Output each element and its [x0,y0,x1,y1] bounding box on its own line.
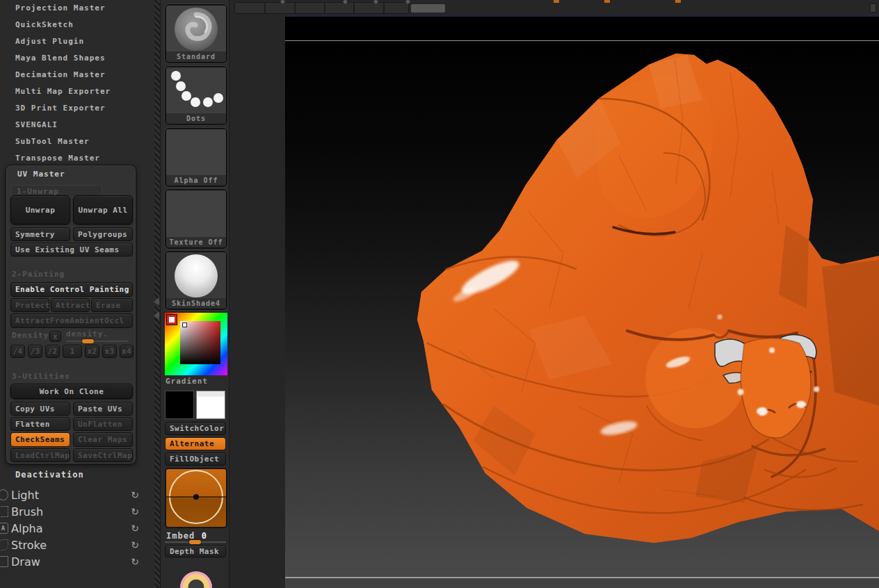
sculpt-model-3d[interactable] [285,17,879,588]
menu-maya-blend-shapes[interactable]: Maya Blend Shapes [0,50,149,67]
main-color-swatch[interactable] [165,391,194,419]
color-cursor-icon[interactable] [182,322,187,327]
deactivation-row-stroke[interactable]: Stroke ↻ [0,537,154,553]
document-canvas[interactable] [285,17,879,588]
top-tray-bar [229,0,879,17]
alpha-selector-tile[interactable]: Alpha Off [165,128,227,187]
imbed-slider[interactable] [165,541,226,543]
reset-icon[interactable]: ↻ [131,490,139,500]
radial-gradient-icon[interactable] [180,571,212,588]
tile-label: Alpha Off [166,175,226,186]
deactivation-row-brush[interactable]: Brush ↻ [0,503,154,520]
secondary-color-swatch[interactable] [196,391,225,419]
switch-color-button[interactable]: SwitchColor [165,422,226,435]
material-selector-tile[interactable]: SkinShade4 [165,251,227,310]
density-x-button[interactable]: x [49,331,61,342]
menu-svengali[interactable]: SVENGALI [0,117,149,133]
deactivation-label: Draw [11,555,40,569]
imbed-curve-widget[interactable] [165,468,227,528]
checkseams-button[interactable]: CheckSeams [10,432,70,447]
div3-button[interactable]: /3 [28,345,42,358]
imbed-label-row: Imbed 0 [166,528,207,541]
x1-button[interactable]: 1 [63,345,82,358]
reset-icon[interactable]: ↻ [131,507,139,516]
menu-decimation-master[interactable]: Decimation Master [0,67,149,83]
x3-button[interactable]: x3 [102,345,117,358]
tray-collapse-arrow-icon[interactable] [154,311,159,320]
reset-icon[interactable]: ↻ [131,557,139,566]
div4-button[interactable]: /4 [10,345,25,358]
erase-button[interactable]: Erase [91,298,133,312]
standard-brush-thumbnail [166,6,226,51]
menu-subtool-master[interactable]: SubTool Master [0,133,149,150]
depth-mask-button[interactable]: Depth Mask [165,545,226,557]
current-color-swatch[interactable] [167,315,177,325]
uv-master-title: UV Master [17,168,65,181]
polygroups-button[interactable]: Polygroups [73,227,133,241]
deactivation-row-draw[interactable]: Draw ↻ [0,553,154,570]
tray-collapse-arrow-icon[interactable] [154,297,159,306]
symmetry-button[interactable]: Symmetry [10,227,70,241]
sidebar-scroll-strip[interactable] [154,0,160,588]
stroke-selector-tile[interactable]: Dots [165,66,227,125]
copy-uvs-button[interactable]: Copy UVs [10,402,70,416]
dots-stroke-thumbnail [166,67,226,113]
flatten-button[interactable]: Flatten [10,417,70,431]
x2-button[interactable]: x2 [85,345,99,358]
brush-selector-tile[interactable]: Standard [165,4,227,63]
gradient-toggle[interactable]: Gradient [166,377,208,386]
deactivation-label: Light [11,489,39,502]
deactivation-label: Stroke [11,539,47,552]
texture-selector-tile[interactable]: Texture Off [165,189,227,249]
tool-shelf: Standard Dots Alpha Off Texture Off [160,0,229,588]
imbed-label: Imbed [166,531,195,541]
menu-projection-master[interactable]: Projection Master [0,0,149,17]
unwrap-all-button[interactable]: Unwrap All [73,195,133,224]
deactivation-label: Brush [11,505,43,518]
imbed-slider-thumb[interactable] [189,540,201,544]
unwrap-button[interactable]: Unwrap [10,195,70,224]
enable-control-painting-button[interactable]: Enable Control Painting [10,282,133,297]
menu-quicksketch[interactable]: QuickSketch [0,17,149,33]
div2-button[interactable]: /2 [45,345,60,358]
unflatten-button[interactable]: UnFlatten [73,417,133,431]
paste-uvs-button[interactable]: Paste UVs [73,402,133,416]
brush-icon [0,506,8,517]
deactivation-row-alpha[interactable]: A Alpha ↻ [0,520,154,537]
menu-3d-print-exporter[interactable]: 3D Print Exporter [0,100,149,117]
left-sidebar: Projection Master QuickSketch Adjust Plu… [0,0,160,588]
tray-scrollbar-end[interactable] [870,3,876,13]
alternate-button[interactable]: Alternate [165,437,226,450]
fill-object-button[interactable]: FillObject [165,452,226,466]
attract-button[interactable]: Attract [51,298,90,312]
tray-scrollbar-thumb[interactable] [411,4,445,13]
dots-icon [166,67,226,113]
use-existing-uv-seams-button[interactable]: Use Existing UV Seams [10,243,133,256]
draw-icon [0,556,8,567]
tray-scrollbar[interactable] [234,2,409,14]
attract-from-ambient-occl-button[interactable]: AttractFromAmbientOccl [10,313,133,328]
load-ctrl-map-button[interactable]: LoadCtrlMap [10,448,70,462]
save-ctrl-map-button[interactable]: SaveCtrlMap [73,448,133,462]
protect-button[interactable]: Protect [10,298,49,312]
stroke-icon [0,539,8,550]
alpha-icon: A [0,523,8,534]
reset-icon[interactable]: ↻ [131,523,139,533]
tray-segment-divider [294,3,296,13]
menu-multi-map-exporter[interactable]: Multi Map Exporter [0,83,149,100]
work-on-clone-button[interactable]: Work On Clone [10,384,133,399]
tray-segment-divider [324,3,325,13]
color-picker[interactable] [165,313,227,375]
reset-icon[interactable]: ↻ [131,540,139,550]
tile-label: Standard [166,51,226,62]
clear-maps-button[interactable]: Clear Maps [73,432,133,447]
color-swatches [165,391,227,419]
density-label: Density [12,329,49,342]
saturation-value-square[interactable] [180,321,220,364]
density-slider-thumb[interactable] [82,339,94,343]
x4-button[interactable]: x4 [120,345,134,358]
density-slider[interactable] [66,341,129,342]
deactivation-row-light[interactable]: Light ↻ [0,487,154,503]
menu-adjust-plugin[interactable]: Adjust Plugin [0,33,149,50]
tray-segment-divider [353,3,355,13]
